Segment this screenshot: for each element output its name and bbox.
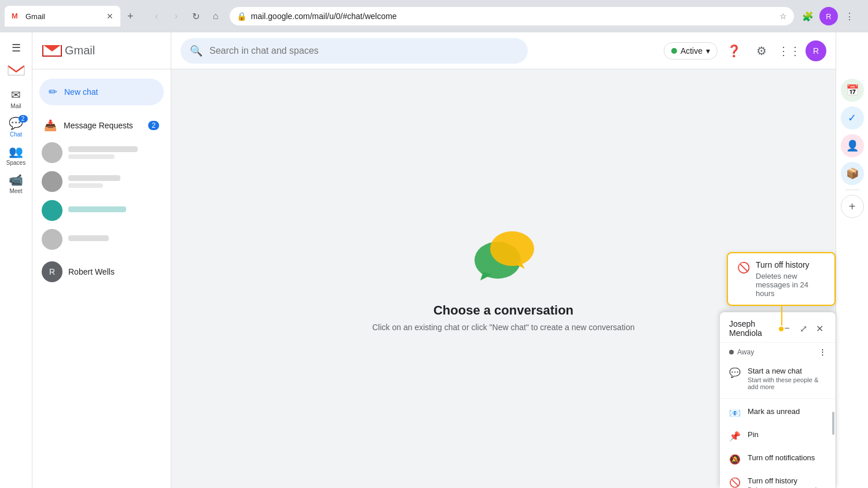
gmail-logo: Gmail: [42, 43, 95, 58]
active-label: Active: [681, 46, 703, 56]
status-label: Away: [737, 348, 754, 356]
chat-preview-blur: [68, 183, 103, 188]
list-item[interactable]: [37, 225, 166, 253]
tab-close-button[interactable]: ✕: [106, 12, 113, 21]
contacts-button[interactable]: 👤: [841, 134, 864, 157]
robert-wells-item[interactable]: R Robert Wells: [37, 258, 166, 286]
list-item[interactable]: [37, 168, 166, 195]
spaces-icon: 👥: [9, 145, 23, 158]
tasks-button[interactable]: ✓: [841, 106, 864, 130]
context-menu-status: Away ⋮: [720, 343, 836, 361]
turn-off-history-item[interactable]: 🚫 Turn off history Deletes new messages …: [720, 471, 836, 488]
turn-off-history-label: Turn off history: [748, 476, 826, 485]
gmail-brand-text: Gmail: [65, 44, 95, 57]
new-tab-button[interactable]: +: [123, 8, 138, 25]
close-button[interactable]: ✕: [812, 321, 826, 335]
tab-favicon: M: [12, 12, 21, 21]
gmail-m-icon: [7, 61, 25, 80]
turn-off-notifications-item[interactable]: 🔕 Turn off notifications: [720, 448, 836, 471]
search-bar[interactable]: 🔍: [181, 38, 528, 64]
context-menu-overlay: Joseph Mendiola − ⤢ ✕ Away ⋮ 💬 Start a n…: [720, 312, 836, 488]
profile-avatar[interactable]: R: [806, 40, 826, 61]
active-status-button[interactable]: Active ▾: [664, 42, 718, 60]
hamburger-menu-button[interactable]: ☰: [7, 37, 25, 59]
meet-nav-label: Meet: [9, 188, 22, 194]
list-item[interactable]: [37, 139, 166, 167]
sidebar-item-spaces[interactable]: 👥 Spaces: [2, 141, 30, 169]
sidebar-item-mail[interactable]: ✉ Mail: [2, 84, 30, 113]
active-tab[interactable]: M Gmail ✕: [5, 6, 120, 27]
turn-off-history-tooltip-icon: 🚫: [737, 261, 750, 274]
cm-divider-1: [720, 398, 836, 399]
chat-badge: 2: [19, 115, 28, 123]
app-header: 🔍 Active ▾ ❓ ⚙ ⋮⋮ R: [171, 32, 836, 69]
tab-bar: M Gmail ✕ +: [5, 6, 138, 27]
message-requests-item[interactable]: 📥 Message Requests 2: [37, 114, 166, 136]
browser-chrome: M Gmail ✕ + ‹ › ↻ ⌂ 🔒 mail.google.com/ma…: [0, 0, 868, 32]
star-icon[interactable]: ☆: [779, 12, 787, 21]
chevron-down-icon: ▾: [706, 46, 710, 56]
home-button[interactable]: ⌂: [207, 7, 225, 25]
mail-icon: ✉: [11, 88, 21, 102]
start-new-chat-item[interactable]: 💬 Start a new chat Start with these peop…: [720, 361, 836, 396]
scrollbar-thumb[interactable]: [832, 412, 834, 435]
message-requests-icon: 📥: [44, 119, 57, 132]
tab-title: Gmail: [25, 12, 102, 21]
tooltip-arrow: [781, 305, 782, 328]
list-item[interactable]: [37, 197, 166, 224]
notifications-off-icon: 🔕: [729, 454, 741, 465]
right-panel: 📅 ✓ 👤 📦 +: [836, 32, 868, 488]
new-chat-icon: ✏: [49, 86, 57, 98]
tooltip-box: 🚫 Turn off history Deletes new messages …: [727, 252, 836, 306]
center-content: Choose a conversation Click on an existi…: [372, 69, 634, 488]
pin-label: Pin: [748, 430, 759, 439]
reload-button[interactable]: ↻: [187, 7, 205, 25]
meet-icon: 📹: [9, 173, 23, 187]
chat-preview-blur: [68, 154, 115, 159]
calendar-button[interactable]: 📅: [841, 79, 864, 102]
new-chat-label: New chat: [64, 87, 98, 97]
profile-button[interactable]: R: [819, 7, 838, 25]
new-chat-button[interactable]: ✏ New chat: [39, 79, 164, 105]
extensions-button[interactable]: 🧩: [799, 7, 817, 25]
sidebar-header: Gmail: [32, 32, 171, 69]
settings-button[interactable]: ⚙: [750, 39, 773, 62]
gmail-logo-nav: [7, 61, 25, 80]
history-off-icon: 🚫: [729, 477, 741, 488]
forward-button[interactable]: ›: [167, 7, 186, 25]
start-chat-text: Start a new chat Start with these people…: [748, 367, 826, 390]
start-chat-icon: 💬: [729, 367, 741, 378]
more-options-button[interactable]: ⋮: [819, 347, 826, 356]
search-input[interactable]: [209, 46, 518, 56]
chat-name-blur: [68, 235, 109, 241]
right-panel-divider: [845, 190, 859, 190]
chat-name-blur: [68, 206, 126, 212]
context-menu-scroll: 💬 Start a new chat Start with these peop…: [720, 361, 836, 488]
menu-button[interactable]: ⋮: [840, 7, 859, 25]
sidebar-item-chat[interactable]: 💬 Chat 2: [2, 113, 30, 141]
context-menu-person-name: Joseph Mendiola: [729, 319, 780, 338]
avatar: [42, 171, 62, 192]
address-bar[interactable]: 🔒 mail.google.com/mail/u/0/#chat/welcome…: [230, 7, 794, 25]
chat-info: [68, 235, 161, 243]
add-apps-button[interactable]: +: [841, 195, 864, 218]
expand-button[interactable]: ⤢: [796, 321, 810, 335]
chat-info: [68, 175, 161, 188]
left-nav: ☰ ✉ Mail 💬 Chat 2 👥 Spaces 📹 Meet: [0, 32, 32, 488]
mark-as-unread-item[interactable]: 📧 Mark as unread: [720, 401, 836, 424]
apps-button[interactable]: ⋮⋮: [778, 39, 801, 62]
dropbox-button[interactable]: 📦: [841, 162, 864, 185]
sidebar-item-meet[interactable]: 📹 Meet: [2, 169, 30, 198]
chat-name-blur: [68, 146, 138, 152]
tooltip-dot: [778, 326, 785, 332]
turn-off-history-text: Turn off history Deletes new messages in…: [748, 476, 826, 488]
back-button[interactable]: ‹: [148, 7, 166, 25]
tooltip-title: Turn off history: [756, 260, 825, 269]
tooltip-text: Turn off history Deletes new messages in…: [756, 260, 825, 298]
robert-wells-avatar: R: [42, 261, 62, 282]
message-requests-label: Message Requests: [64, 121, 141, 130]
lock-icon: 🔒: [237, 12, 247, 21]
help-button[interactable]: ❓: [722, 39, 745, 62]
pin-item[interactable]: 📌 Pin: [720, 424, 836, 448]
chat-info: [68, 146, 161, 159]
